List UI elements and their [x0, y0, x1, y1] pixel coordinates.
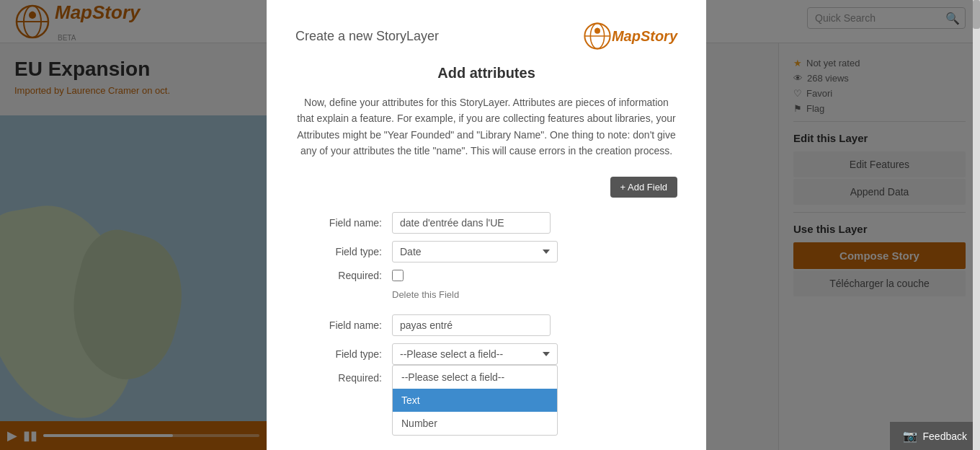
field-2-dropdown-container: --Please select a field-- Text Number --… — [392, 343, 558, 365]
feedback-button[interactable]: 📷 Feedback — [890, 422, 980, 450]
field-2-dropdown-option-number[interactable]: Number — [393, 412, 557, 435]
camera-icon: 📷 — [903, 429, 917, 443]
field-2-type-label: Field type: — [295, 348, 382, 360]
field-1-name-row: Field name: — [295, 212, 677, 234]
field-1-required-row: Required: — [295, 270, 677, 281]
add-field-row: Add Field — [295, 177, 677, 212]
scrollbar-thumb[interactable] — [973, 0, 980, 29]
field-2-dropdown-option-please[interactable]: --Please select a field-- — [393, 366, 557, 389]
modal-logo-icon — [583, 22, 612, 50]
field-1-delete-row: Delete this Field — [295, 288, 677, 300]
scrollbar[interactable] — [973, 0, 980, 450]
modal-section-title: Add attributes — [295, 65, 677, 81]
field-1-section: Field name: Field type: Date Required: D… — [295, 212, 677, 300]
field-2-dropdown-option-text[interactable]: Text — [393, 389, 557, 412]
modal-description: Now, define your attributes for this Sto… — [295, 94, 677, 159]
modal-logo: MapStory — [583, 22, 677, 50]
modal-logo-text: MapStory — [612, 28, 677, 45]
field-1-name-input[interactable] — [392, 212, 551, 234]
modal-create-title: Create a new StoryLayer — [295, 29, 439, 44]
field-1-delete-link[interactable]: Delete this Field — [392, 289, 459, 300]
field-1-required-label: Required: — [295, 270, 382, 281]
field-2-name-row: Field name: — [295, 314, 677, 336]
field-2-type-select[interactable]: --Please select a field-- Text Number — [392, 343, 558, 365]
modal: Create a new StoryLayer MapStory Add att… — [267, 0, 706, 450]
field-2-name-input[interactable] — [392, 314, 551, 336]
field-1-type-label: Field type: — [295, 246, 382, 257]
field-2-type-row: Field type: --Please select a field-- Te… — [295, 343, 677, 365]
field-2-dropdown-open: --Please select a field-- Text Number — [392, 365, 558, 436]
field-2-name-label: Field name: — [295, 319, 382, 331]
field-2-section: Field name: Field type: --Please select … — [295, 314, 677, 384]
modal-header: Create a new StoryLayer MapStory — [295, 22, 677, 50]
field-1-name-label: Field name: — [295, 217, 382, 229]
field-2-required-label: Required: — [295, 372, 382, 384]
feedback-label: Feedback — [923, 431, 967, 442]
field-1-type-select[interactable]: Date — [392, 241, 558, 262]
field-1-required-checkbox[interactable] — [392, 270, 404, 281]
add-field-button[interactable]: Add Field — [610, 177, 677, 198]
field-1-type-row: Field type: Date — [295, 241, 677, 262]
